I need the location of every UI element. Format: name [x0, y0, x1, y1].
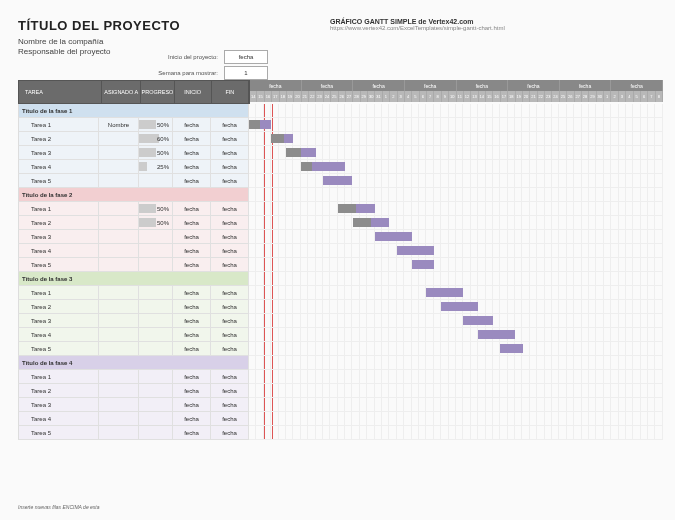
end-cell[interactable]: fecha [211, 132, 249, 145]
gantt-bar[interactable] [397, 246, 434, 255]
task-name-cell[interactable]: Tarea 3 [19, 398, 99, 411]
start-cell[interactable]: fecha [173, 286, 211, 299]
assigned-cell[interactable] [99, 314, 139, 327]
progress-cell[interactable] [139, 370, 173, 383]
end-cell[interactable]: fecha [211, 328, 249, 341]
progress-cell[interactable] [139, 384, 173, 397]
progress-cell[interactable] [139, 174, 173, 187]
assigned-cell[interactable] [99, 202, 139, 215]
assigned-cell[interactable] [99, 328, 139, 341]
end-cell[interactable]: fecha [211, 426, 249, 439]
progress-cell[interactable]: 50% [139, 118, 173, 131]
assigned-cell[interactable]: Nombre [99, 118, 139, 131]
progress-cell[interactable] [139, 314, 173, 327]
task-name-cell[interactable]: Tarea 1 [19, 202, 99, 215]
progress-cell[interactable] [139, 342, 173, 355]
assigned-cell[interactable] [99, 258, 139, 271]
assigned-cell[interactable] [99, 398, 139, 411]
task-name-cell[interactable]: Tarea 3 [19, 146, 99, 159]
end-cell[interactable]: fecha [211, 230, 249, 243]
gantt-bar[interactable] [338, 204, 375, 213]
project-start-input[interactable]: fecha [224, 50, 268, 64]
col-assigned[interactable]: ASIGNADO A [102, 81, 141, 103]
start-cell[interactable]: fecha [173, 118, 211, 131]
progress-cell[interactable] [139, 398, 173, 411]
gantt-bar[interactable] [271, 134, 293, 143]
start-cell[interactable]: fecha [173, 412, 211, 425]
task-name-cell[interactable]: Tarea 3 [19, 314, 99, 327]
phase-title[interactable]: Título de la fase 3 [19, 272, 249, 285]
col-task[interactable]: TAREA [19, 81, 102, 103]
assigned-cell[interactable] [99, 146, 139, 159]
progress-cell[interactable] [139, 328, 173, 341]
task-name-cell[interactable]: Tarea 1 [19, 286, 99, 299]
display-week-input[interactable]: 1 [224, 66, 268, 80]
progress-cell[interactable] [139, 300, 173, 313]
phase-title[interactable]: Título de la fase 1 [19, 104, 249, 117]
end-cell[interactable]: fecha [211, 286, 249, 299]
phase-title[interactable]: Título de la fase 2 [19, 188, 249, 201]
end-cell[interactable]: fecha [211, 216, 249, 229]
col-progress[interactable]: PROGRESO [141, 81, 174, 103]
assigned-cell[interactable] [99, 230, 139, 243]
task-name-cell[interactable]: Tarea 4 [19, 244, 99, 257]
end-cell[interactable]: fecha [211, 314, 249, 327]
end-cell[interactable]: fecha [211, 370, 249, 383]
progress-cell[interactable]: 50% [139, 202, 173, 215]
progress-cell[interactable] [139, 258, 173, 271]
task-name-cell[interactable]: Tarea 2 [19, 300, 99, 313]
credit-url[interactable]: https://www.vertex42.com/ExcelTemplates/… [330, 25, 505, 31]
assigned-cell[interactable] [99, 216, 139, 229]
col-start[interactable]: INICIO [175, 81, 212, 103]
start-cell[interactable]: fecha [173, 174, 211, 187]
start-cell[interactable]: fecha [173, 244, 211, 257]
task-name-cell[interactable]: Tarea 5 [19, 426, 99, 439]
start-cell[interactable]: fecha [173, 202, 211, 215]
start-cell[interactable]: fecha [173, 146, 211, 159]
assigned-cell[interactable] [99, 174, 139, 187]
task-name-cell[interactable]: Tarea 4 [19, 160, 99, 173]
gantt-bar[interactable] [249, 120, 271, 129]
start-cell[interactable]: fecha [173, 328, 211, 341]
start-cell[interactable]: fecha [173, 160, 211, 173]
start-cell[interactable]: fecha [173, 216, 211, 229]
end-cell[interactable]: fecha [211, 412, 249, 425]
assigned-cell[interactable] [99, 384, 139, 397]
end-cell[interactable]: fecha [211, 300, 249, 313]
end-cell[interactable]: fecha [211, 118, 249, 131]
progress-cell[interactable] [139, 426, 173, 439]
gantt-bar[interactable] [441, 302, 478, 311]
progress-cell[interactable] [139, 244, 173, 257]
gantt-bar[interactable] [353, 218, 390, 227]
end-cell[interactable]: fecha [211, 146, 249, 159]
start-cell[interactable]: fecha [173, 370, 211, 383]
end-cell[interactable]: fecha [211, 342, 249, 355]
gantt-bar[interactable] [323, 176, 353, 185]
task-name-cell[interactable]: Tarea 5 [19, 258, 99, 271]
progress-cell[interactable]: 50% [139, 146, 173, 159]
start-cell[interactable]: fecha [173, 230, 211, 243]
gantt-bar[interactable] [426, 288, 463, 297]
progress-cell[interactable]: 50% [139, 216, 173, 229]
gantt-bar[interactable] [301, 162, 345, 171]
company-name[interactable]: Nombre de la compañía [18, 37, 663, 47]
gantt-bar[interactable] [463, 316, 493, 325]
progress-cell[interactable] [139, 412, 173, 425]
progress-cell[interactable]: 25% [139, 160, 173, 173]
assigned-cell[interactable] [99, 160, 139, 173]
start-cell[interactable]: fecha [173, 314, 211, 327]
gantt-bar[interactable] [375, 232, 412, 241]
project-owner[interactable]: Responsable del proyecto [18, 47, 663, 57]
gantt-bar[interactable] [500, 344, 522, 353]
assigned-cell[interactable] [99, 342, 139, 355]
assigned-cell[interactable] [99, 286, 139, 299]
progress-cell[interactable] [139, 286, 173, 299]
progress-cell[interactable]: 60% [139, 132, 173, 145]
gantt-bar[interactable] [412, 260, 434, 269]
assigned-cell[interactable] [99, 426, 139, 439]
task-name-cell[interactable]: Tarea 3 [19, 230, 99, 243]
end-cell[interactable]: fecha [211, 174, 249, 187]
task-name-cell[interactable]: Tarea 2 [19, 384, 99, 397]
task-name-cell[interactable]: Tarea 1 [19, 118, 99, 131]
task-name-cell[interactable]: Tarea 2 [19, 132, 99, 145]
